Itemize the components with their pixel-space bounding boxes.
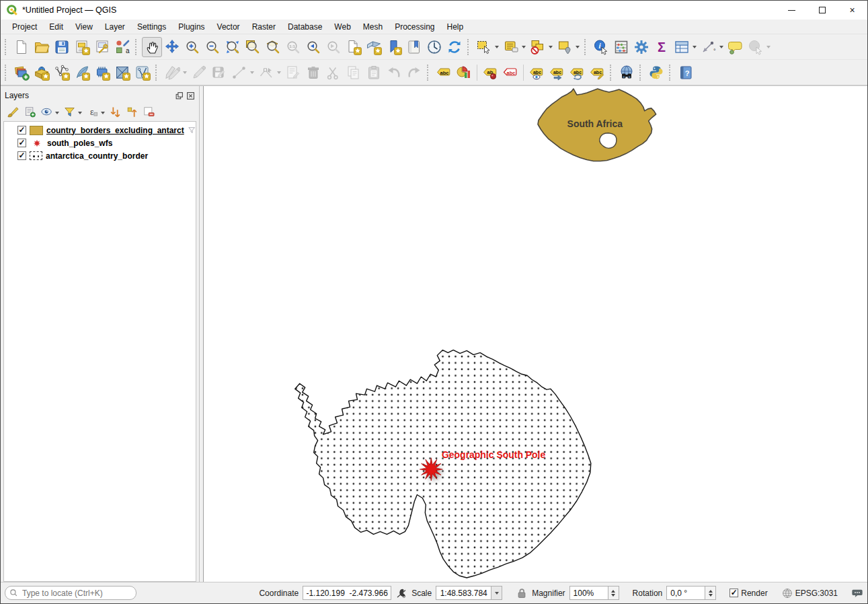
toolbar-grip[interactable]	[584, 39, 588, 55]
zoom-to-layer-button[interactable]	[263, 37, 283, 57]
layer-visibility-checkbox[interactable]	[17, 139, 26, 147]
magnifier-spinbox[interactable]	[569, 586, 619, 600]
data-source-manager-button[interactable]	[11, 63, 32, 83]
measure-dropdown[interactable]	[719, 46, 723, 50]
rotation-input[interactable]	[666, 586, 705, 600]
magnifier-input[interactable]	[569, 586, 608, 600]
minimize-button[interactable]	[777, 1, 807, 20]
temporal-controller-button[interactable]	[424, 37, 444, 57]
toolbar-grip[interactable]	[427, 65, 431, 81]
select-by-location-dropdown[interactable]	[576, 46, 580, 50]
menu-database[interactable]: Database	[282, 21, 328, 33]
magnifier-spin-buttons[interactable]	[608, 586, 619, 600]
toggle-extents-icon[interactable]	[395, 587, 407, 599]
toolbar-grip[interactable]	[155, 65, 159, 81]
new-print-layout-button[interactable]	[72, 37, 92, 57]
panel-undock-icon[interactable]	[175, 91, 184, 100]
menu-web[interactable]: Web	[328, 21, 356, 33]
zoom-in-button[interactable]	[182, 37, 202, 57]
filter-legend-dropdown[interactable]	[78, 112, 82, 116]
new-mesh-layer-button[interactable]	[112, 63, 132, 83]
open-project-button[interactable]	[32, 37, 52, 57]
menu-help[interactable]: Help	[441, 21, 470, 33]
menu-raster[interactable]: Raster	[246, 21, 282, 33]
pan-map-button[interactable]	[142, 37, 162, 57]
new-geopackage-layer-button[interactable]	[32, 63, 52, 83]
filter-by-expression-button[interactable]	[84, 104, 100, 120]
show-bookmarks-button[interactable]	[404, 37, 424, 57]
collapse-all-button[interactable]	[124, 104, 140, 120]
scale-combo[interactable]	[436, 586, 502, 600]
rotation-spin-buttons[interactable]	[705, 586, 716, 600]
metasearch-button[interactable]	[617, 63, 637, 83]
scale-input[interactable]	[436, 586, 491, 600]
expression-filter-dropdown[interactable]	[101, 112, 105, 116]
layer-labeling-options-button[interactable]	[434, 63, 454, 83]
new-shapefile-layer-button[interactable]	[52, 63, 72, 83]
toolbar-grip[interactable]	[610, 65, 614, 81]
select-by-location-button[interactable]	[555, 37, 575, 57]
identify-features-button[interactable]	[591, 37, 611, 57]
panel-close-icon[interactable]	[186, 91, 195, 100]
refresh-map-button[interactable]	[444, 37, 465, 57]
new-spatial-bookmark-button[interactable]	[384, 37, 404, 57]
highlight-pinned-labels-button[interactable]	[526, 63, 547, 83]
select-by-value-dropdown[interactable]	[522, 46, 526, 50]
render-toggle[interactable]: Render	[729, 589, 767, 598]
map-tips-button[interactable]	[725, 37, 746, 57]
select-features-by-value-button[interactable]	[501, 37, 521, 57]
toolbar-grip[interactable]	[5, 39, 9, 55]
toolbar-grip[interactable]	[5, 65, 9, 81]
show-statistical-summary-button[interactable]	[652, 37, 672, 57]
layer-label[interactable]: antarctica_country_border	[46, 151, 148, 161]
select-features-button[interactable]	[474, 37, 494, 57]
processing-toolbox-button[interactable]	[631, 37, 652, 57]
menu-plugins[interactable]: Plugins	[172, 21, 210, 33]
layer-row-antarctica-border[interactable]: antarctica_country_border	[4, 149, 196, 162]
map-canvas[interactable]: South Africa Geographic South Pole	[203, 86, 867, 582]
menu-layer[interactable]: Layer	[99, 21, 131, 33]
filter-legend-button[interactable]	[61, 104, 77, 120]
maximize-button[interactable]	[807, 1, 837, 20]
new-project-button[interactable]	[11, 37, 32, 57]
rotation-spinbox[interactable]	[666, 586, 716, 600]
deselect-dropdown[interactable]	[549, 46, 553, 50]
toolbar-grip[interactable]	[669, 65, 673, 81]
crs-status[interactable]: EPSG:3031	[781, 587, 838, 599]
scale-dropdown-button[interactable]	[491, 586, 502, 600]
remove-layer-button[interactable]	[141, 104, 157, 120]
change-label-button[interactable]	[587, 63, 607, 83]
menu-vector[interactable]: Vector	[211, 21, 246, 33]
open-attribute-table-button[interactable]	[672, 37, 692, 57]
menu-mesh[interactable]: Mesh	[357, 21, 389, 33]
new-virtual-layer-button[interactable]	[92, 63, 112, 83]
render-checkbox[interactable]	[729, 589, 738, 597]
pan-to-selection-button[interactable]	[162, 37, 182, 57]
toggle-unplaced-labels-button[interactable]	[500, 63, 520, 83]
add-group-button[interactable]	[22, 104, 38, 120]
zoom-full-button[interactable]	[223, 37, 243, 57]
toolbar-grip[interactable]	[639, 65, 643, 81]
help-button[interactable]	[676, 63, 696, 83]
log-messages-icon[interactable]	[851, 587, 863, 599]
attribute-table-dropdown[interactable]	[693, 46, 697, 50]
locate-input[interactable]	[21, 588, 132, 599]
layer-row-country-borders[interactable]: country_borders_excluding_antarct	[4, 124, 196, 137]
layer-diagram-options-button[interactable]	[454, 63, 474, 83]
manage-map-themes-button[interactable]	[38, 104, 54, 120]
toolbar-grip[interactable]	[467, 39, 471, 55]
zoom-to-selection-button[interactable]	[243, 37, 263, 57]
menu-project[interactable]: Project	[6, 21, 43, 33]
layer-visibility-checkbox[interactable]	[17, 126, 26, 135]
close-button[interactable]: ×	[837, 1, 867, 20]
measure-button[interactable]	[699, 37, 719, 57]
layer-label[interactable]: south_poles_wfs	[47, 139, 112, 148]
save-project-button[interactable]	[52, 37, 72, 57]
lock-scale-icon[interactable]	[516, 587, 528, 599]
locate-box[interactable]	[5, 586, 136, 600]
new-spatialite-layer-button[interactable]	[72, 63, 92, 83]
coordinate-input[interactable]	[303, 586, 391, 600]
menu-view[interactable]: View	[69, 21, 99, 33]
new-map-view-button[interactable]	[344, 37, 364, 57]
open-layer-styling-button[interactable]	[5, 104, 21, 120]
